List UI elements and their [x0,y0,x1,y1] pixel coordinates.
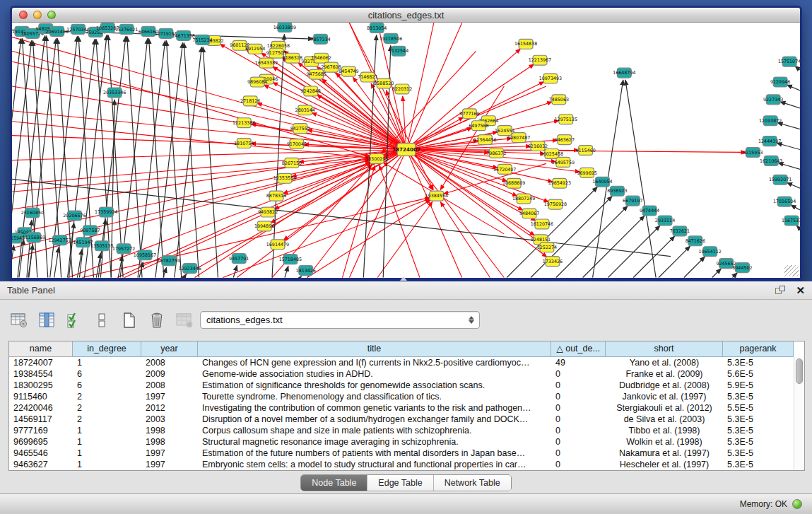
table-cell[interactable]: 1 [73,459,141,470]
table-cell[interactable]: 9699695 [9,436,73,448]
network-node[interactable]: 6497568 [469,121,488,131]
network-node[interactable]: 8186328 [283,53,302,63]
network-node[interactable]: 2803144 [295,105,315,115]
table-cell[interactable]: Corpus callosum shape and size in male p… [198,425,551,436]
table-cell[interactable]: 2012 [141,402,198,414]
table-cell[interactable]: 14569117 [9,414,73,425]
network-node[interactable]: 7515234 [192,35,212,45]
network-node[interactable]: 8813054 [367,23,387,33]
table-cell[interactable]: 9465546 [9,448,73,459]
network-node[interactable]: 16648794 [613,68,635,78]
table-cell[interactable]: 5.3E-5 [723,357,794,368]
network-node[interactable]: 19218506 [379,33,402,43]
table-cell[interactable]: Tibbo et al. (1998) [606,425,723,436]
table-cell[interactable]: 0 [551,448,606,459]
network-node[interactable]: 8944502 [732,263,752,273]
table-cell[interactable]: 5.6E-5 [723,368,794,380]
table-cell[interactable]: 5.3E-5 [723,448,794,459]
network-node[interactable]: 9227343 [763,95,783,105]
network-node[interactable]: 10973493 [539,74,562,83]
network-node[interactable]: 9474444 [640,206,659,216]
table-cell[interactable]: 0 [551,425,606,436]
network-node[interactable]: 9457791 [229,254,249,264]
table-cell[interactable]: 0 [551,402,606,414]
table-settings-icon[interactable] [10,311,28,329]
table-cell[interactable]: 9463627 [9,459,73,470]
network-node[interactable]: 9463627 [555,135,575,145]
column-header-year[interactable]: year [141,341,198,357]
table-cell[interactable]: 1997 [141,459,198,470]
network-node[interactable]: 9097587 [80,226,100,235]
network-node[interactable]: 15751074 [778,57,800,66]
table-cell[interactable]: 1 [73,357,141,368]
network-node[interactable]: 9170045 [287,139,307,149]
network-node[interactable]: 2933114 [655,216,675,226]
table-cell[interactable]: Hescheler et al. (1997) [606,459,723,470]
network-node[interactable]: 9777169 [459,109,479,119]
network-node[interactable]: 9699695 [577,168,596,177]
network-node[interactable]: 7485063 [549,95,569,105]
table-cell[interactable]: Structural magnetic resonance image aver… [198,436,551,448]
table-cell[interactable]: Estimation of the future numbers of pati… [198,448,551,459]
network-node[interactable]: 12093872 [759,116,782,126]
table-cell[interactable]: Tourette syndrome. Phenomenology and cla… [198,391,551,402]
network-node[interactable]: 1167533 [782,216,800,226]
table-cell[interactable]: 1998 [141,425,198,436]
table-cell[interactable]: Dudbridge et al. (2008) [606,380,723,391]
network-node[interactable]: 19756928 [544,199,567,209]
table-cell[interactable]: 1998 [141,436,198,448]
minimize-light-icon[interactable] [33,11,42,19]
column-header-short[interactable]: short [606,341,723,357]
table-cell[interactable]: 0 [551,414,606,425]
splitter-handle-icon[interactable] [400,276,407,281]
network-node[interactable]: 9475685 [307,69,326,79]
tab-node-table[interactable]: Node Table [301,475,367,491]
network-node[interactable]: 15718485 [279,255,302,264]
tab-network-table[interactable]: Network Table [434,475,511,491]
table-scrollbar-thumb[interactable] [796,358,803,384]
trash-icon[interactable] [148,311,166,329]
network-node[interactable]: 10654112 [698,247,721,257]
table-scrollbar[interactable] [794,357,804,470]
tab-edge-table[interactable]: Edge Table [367,475,433,491]
network-node[interactable]: 16120746 [531,219,553,229]
table-cell[interactable]: 0 [551,436,606,448]
network-node[interactable]: 1733426 [543,257,563,267]
table-cell[interactable]: 2 [73,402,141,414]
table-cell[interactable]: 18300295 [9,380,73,391]
table-column-icon[interactable] [37,311,56,329]
network-node[interactable]: 8427552 [290,124,310,134]
table-cell[interactable]: 19384554 [9,368,73,380]
network-node[interactable]: 9129946 [770,77,790,87]
table-cell[interactable]: Franke et al. (2009) [606,368,723,380]
table-cell[interactable]: Yano et al. (2008) [606,357,723,368]
network-node[interactable]: 8220312 [392,84,412,94]
table-cell[interactable]: 1 [73,448,141,459]
table-cell[interactable]: 2008 [141,380,198,391]
table-cell[interactable]: Changes of HCN gene expression and I(f) … [198,357,551,368]
table-cell[interactable]: 5.3E-5 [723,459,794,470]
network-node[interactable]: 1810754 [234,139,254,148]
checklist-icon[interactable] [65,311,83,329]
network-node[interactable]: 12213386 [233,118,255,128]
window-titlebar[interactable]: citations_edges.txt [12,8,800,23]
table-cell[interactable]: 5.3E-5 [723,391,794,402]
network-node[interactable]: 16543382 [255,58,278,68]
table-cell[interactable]: Genome-wide association studies in ADHD. [198,368,551,380]
network-node[interactable]: 19654923 [548,178,571,188]
table-cell[interactable]: 9115460 [9,391,73,402]
table-cell[interactable]: 5.3E-5 [723,414,794,425]
network-node[interactable]: 16154838 [514,39,537,49]
window-resize-grip[interactable] [784,265,799,276]
column-header-name[interactable]: name [9,341,73,357]
table-cell[interactable]: 1 [73,425,141,436]
table-cell[interactable]: 0 [551,459,606,470]
table-cell[interactable]: 2009 [141,368,198,380]
network-node[interactable]: 17016504 [773,197,796,206]
network-node[interactable]: 8215953 [743,148,763,158]
network-node[interactable]: 8471626 [686,236,705,246]
table-row[interactable]: 911546021997Tourette syndrome. Phenomeno… [9,391,804,402]
network-node[interactable]: 1813426 [296,266,316,276]
checkbox-list-icon[interactable] [93,311,111,329]
network-node[interactable]: 1546062 [311,53,331,63]
